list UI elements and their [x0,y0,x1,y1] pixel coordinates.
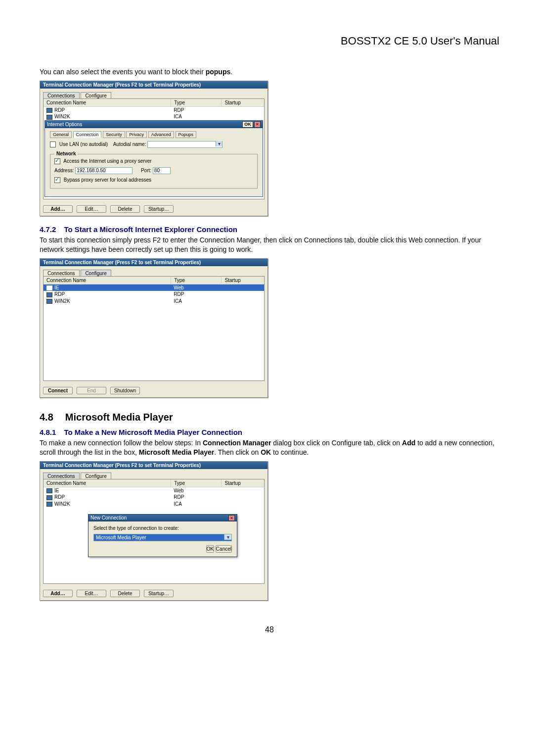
proxy-label: Access the Internet using a proxy server [63,158,151,164]
edit-button[interactable]: Edit… [77,590,106,597]
modal-titlebar: New Connection × [89,515,237,521]
list-item[interactable]: WIN2K ICA [44,298,264,304]
connect-button[interactable]: Connect [43,387,73,394]
col-type: Type [171,479,222,487]
connection-icon [46,502,52,507]
connection-icon [46,299,52,304]
t: WIN2K [54,501,70,507]
connections-panel: Connection Name Type Startup IE Web RDP … [43,276,265,381]
tab-configure[interactable]: Configure [81,92,111,99]
connection-type-dropdown[interactable]: Microsoft Media Player [93,534,232,541]
delete-button[interactable]: Delete [110,590,140,597]
t-bold: popups [206,68,231,76]
port-label: Port: [141,168,151,173]
proxy-checkbox[interactable] [54,158,60,164]
main-tabbar: Connections Configure [40,266,267,276]
network-group: Network Access the Internet using a prox… [50,154,258,189]
list-item[interactable]: RDP RDP [44,494,264,500]
t: RDP [54,107,65,113]
connection-icon [46,292,52,297]
connections-panel: Connection Name Type Startup IE Web RDP … [43,479,265,584]
delete-button[interactable]: Delete [110,205,140,213]
add-button[interactable]: Add… [43,590,73,597]
tab-general[interactable]: General [50,131,72,138]
bypass-checkbox[interactable] [54,177,60,183]
t: RDP [54,494,65,500]
window-titlebar: Terminal Connection Manager (Press F2 to… [40,259,267,266]
connection-icon [46,495,52,500]
list-item[interactable]: WIN2K ICA [44,113,264,120]
t: IE [54,488,59,493]
window-titlebar: Terminal Connection Manager (Press F2 to… [40,81,267,89]
col-type: Type [171,277,222,284]
close-icon[interactable]: × [254,121,261,128]
section-4-8-1-heading: 4.8.1To Make a New Microsoft Media Playe… [40,428,499,436]
edit-button[interactable]: Edit… [77,205,106,213]
tab-popups[interactable]: Popups [176,131,197,138]
end-button[interactable]: End [77,387,106,394]
t: IE [54,285,59,290]
main-tabbar: Connections Configure [40,89,267,98]
shutdown-button[interactable]: Shutdown [110,387,140,394]
list-item[interactable]: RDP RDP [44,291,264,297]
t: ICA [171,298,221,304]
tab-configure[interactable]: Configure [81,270,111,277]
tab-connections[interactable]: Connections [43,270,80,277]
modal-prompt: Select the type of connection to create: [93,525,232,531]
t-bold: Microsoft Media Player [139,448,215,456]
col-startup: Startup [222,277,283,284]
use-lan-label: Use LAN (no autodial) [59,141,108,146]
tab-connections[interactable]: Connections [43,472,80,479]
use-lan-checkbox[interactable] [50,142,56,147]
col-name: Connection Name [44,277,171,284]
t: WIN2K [54,298,70,304]
ok-button[interactable]: OK [206,545,214,553]
main-tabbar: Connections Configure [40,469,267,479]
tab-security[interactable]: Security [103,131,125,138]
port-input[interactable]: 80 [153,167,171,174]
t: Web [171,284,221,291]
section-title: To Start a Microsoft Internet Explorer C… [64,225,237,234]
startup-button[interactable]: Startup… [144,590,174,597]
screenshot-connections-ie: Terminal Connection Manager (Press F2 to… [40,258,268,398]
list-item[interactable]: RDP RDP [44,107,264,113]
tab-connections[interactable]: Connections [43,92,80,99]
tab-connection[interactable]: Connection [73,131,102,138]
section-num: 4.8 [40,412,53,423]
t: RDP [54,291,65,297]
t: RDP [171,494,221,500]
section-4-7-2-body: To start this connection simply press F2… [40,236,499,254]
internet-options-dialog: Internet Options OK × General Connection… [44,120,263,197]
startup-button[interactable]: Startup… [144,205,174,213]
cancel-button[interactable]: Cancel [216,545,232,553]
t: to continue. [271,448,309,456]
add-button[interactable]: Add… [43,205,73,213]
connections-panel: Connection Name Type Startup RDP RDP WIN… [43,98,265,199]
list-item[interactable]: WIN2K ICA [44,501,264,507]
ok-button[interactable]: OK [242,121,253,128]
list-item[interactable]: IE Web [44,487,264,494]
list-item[interactable]: IE Web [44,284,264,291]
t-bold: Add [402,439,415,447]
address-input[interactable]: 192.168.0.50 [75,167,133,174]
button-row: Add… Edit… Delete Startup… [40,587,267,600]
t: Web [171,487,221,494]
section-title: Microsoft Media Player [65,412,173,423]
page-title: BOSSTX2 CE 5.0 User's Manual [40,35,499,47]
connection-icon [46,108,52,113]
connection-icon [46,285,52,290]
address-label: Address: [54,168,74,173]
close-icon[interactable]: × [228,515,235,521]
autodial-dropdown[interactable] [147,141,222,148]
col-name: Connection Name [44,479,171,487]
t: You can also select the events you want … [40,68,206,76]
button-row: Connect End Shutdown [40,384,267,397]
t: . [230,68,232,76]
tab-privacy[interactable]: Privacy [126,131,147,138]
tab-configure[interactable]: Configure [81,472,111,479]
tab-advanced[interactable]: Advanced [148,131,174,138]
t: WIN2K [54,114,70,119]
t-bold: Connection Manager [203,439,271,447]
list-header: Connection Name Type Startup [44,479,264,487]
section-4-7-2-heading: 4.7.2To Start a Microsoft Internet Explo… [40,225,499,234]
